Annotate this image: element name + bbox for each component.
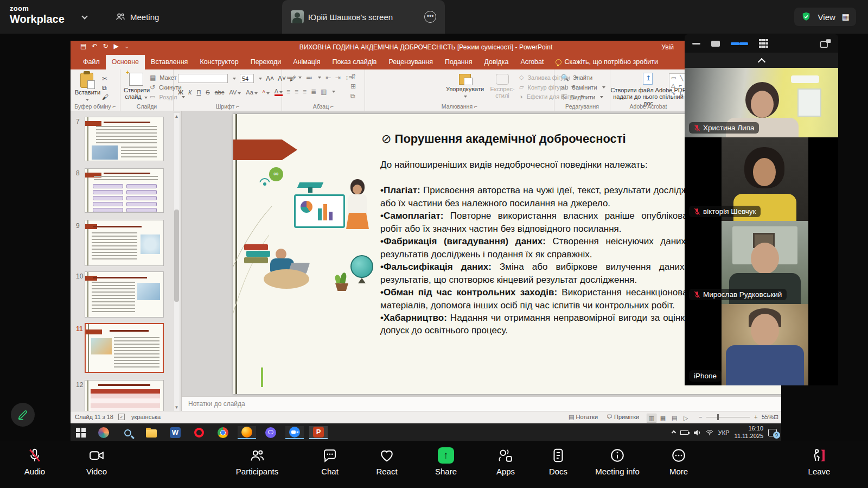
font-size-input[interactable]: 54 bbox=[240, 74, 254, 83]
align-right-icon[interactable]: ≡ bbox=[303, 88, 307, 96]
tab-shared-screen[interactable]: Юрій Шашков's screen ••• bbox=[282, 0, 445, 34]
char-spacing-button[interactable]: AV bbox=[229, 89, 241, 96]
tab-design[interactable]: Конструктор bbox=[194, 55, 244, 69]
tab-acrobat[interactable]: Acrobat bbox=[514, 55, 550, 69]
strike2-button[interactable]: abc bbox=[215, 89, 225, 96]
change-case-button[interactable]: Aa bbox=[246, 89, 257, 96]
tray-expand-icon[interactable] bbox=[672, 430, 676, 434]
fit-slide-button[interactable]: ⊡ bbox=[774, 414, 778, 421]
video-tile-4[interactable]: iPhone bbox=[685, 304, 838, 385]
slide-thumbnail-9[interactable] bbox=[85, 220, 164, 266]
taskbar-clock[interactable]: 16:1011.11.2025 bbox=[735, 425, 763, 439]
popout-panel-icon[interactable] bbox=[820, 39, 832, 50]
indent-icon[interactable]: ⇥ bbox=[335, 74, 341, 81]
bullets-icon[interactable]: ≔ bbox=[286, 74, 293, 81]
numbering-icon[interactable]: ≕ bbox=[306, 74, 312, 81]
normal-view-button[interactable]: ▥ bbox=[647, 414, 656, 423]
notes-pane[interactable]: Нотатки до слайда bbox=[182, 396, 781, 411]
arrange-button[interactable]: Упорядкувати bbox=[444, 73, 486, 99]
slide-sorter-button[interactable]: ▦ bbox=[658, 414, 668, 422]
find-button[interactable]: Знайти bbox=[573, 74, 592, 81]
select-button[interactable]: Виділити bbox=[570, 94, 595, 100]
leave-button[interactable]: Leave bbox=[802, 447, 837, 476]
smartart-icon[interactable]: ⧉ bbox=[350, 92, 355, 100]
speaker-view-icon[interactable] bbox=[711, 41, 720, 47]
docs-button[interactable]: Docs bbox=[542, 447, 575, 476]
taskbar-paint[interactable] bbox=[94, 426, 113, 439]
paste-button[interactable]: Вставити bbox=[75, 73, 99, 102]
tab-slideshow[interactable]: Показ слайдів bbox=[327, 55, 383, 69]
taskbar-firefox[interactable] bbox=[238, 426, 256, 439]
start-button[interactable] bbox=[72, 426, 90, 439]
align-text-icon[interactable]: ⊞ bbox=[350, 83, 356, 90]
video-button[interactable]: Video bbox=[80, 447, 113, 476]
taskbar-opera[interactable] bbox=[190, 426, 208, 439]
italic-button[interactable]: К bbox=[188, 89, 192, 96]
align-center-icon[interactable]: ≡ bbox=[295, 88, 298, 96]
replace-button[interactable]: Замінити bbox=[572, 84, 597, 91]
columns-icon[interactable]: ▥ bbox=[321, 88, 327, 96]
taskbar-search[interactable] bbox=[118, 426, 137, 439]
apps-button[interactable]: Apps bbox=[489, 447, 522, 476]
tab-review[interactable]: Рецензування bbox=[382, 55, 438, 69]
cut-icon[interactable]: ✂ bbox=[102, 75, 107, 83]
scrollbar-thumb[interactable] bbox=[174, 210, 179, 302]
tab-meeting[interactable]: Meeting bbox=[115, 0, 159, 34]
share-button[interactable]: ↑ Share bbox=[429, 447, 463, 476]
slide-thumbnail-11-selected[interactable] bbox=[85, 323, 164, 373]
annotate-button[interactable] bbox=[11, 403, 35, 427]
strike-button[interactable]: S bbox=[206, 89, 209, 96]
taskbar-explorer[interactable] bbox=[142, 426, 161, 439]
tab-transitions[interactable]: Переходи bbox=[245, 55, 288, 69]
grow-font-icon[interactable]: A˄ bbox=[266, 75, 274, 83]
tab-animations[interactable]: Анімація bbox=[287, 55, 326, 69]
taskbar-word[interactable]: W bbox=[166, 426, 184, 439]
font-name-input[interactable] bbox=[178, 74, 228, 83]
slide-thumbnail-12[interactable] bbox=[85, 380, 164, 411]
quick-styles-button[interactable]: Експрес- стилі bbox=[489, 73, 516, 99]
align-left-icon[interactable]: ≡ bbox=[286, 88, 290, 96]
language-indicator[interactable]: українська bbox=[131, 414, 161, 420]
shape-fill-icon[interactable]: ◇ bbox=[519, 74, 524, 81]
action-center-icon[interactable]: 9 bbox=[768, 429, 777, 436]
video-tile-2[interactable]: вікторія Шевчук bbox=[685, 137, 838, 221]
zoom-in-button[interactable]: + bbox=[754, 414, 757, 420]
audio-button[interactable]: Audio bbox=[18, 447, 51, 476]
tab-file[interactable]: Файл bbox=[77, 55, 106, 69]
taskbar-powerpoint[interactable]: P bbox=[309, 426, 328, 439]
slide-thumbnail-7[interactable] bbox=[85, 117, 164, 161]
more-button[interactable]: More bbox=[662, 447, 695, 476]
react-button[interactable]: React bbox=[370, 447, 404, 476]
keyboard-language[interactable]: УКР bbox=[718, 429, 730, 436]
scroll-down-icon[interactable]: ▼ bbox=[174, 405, 180, 410]
participants-button[interactable]: Participants bbox=[230, 447, 284, 476]
taskbar-viber[interactable] bbox=[261, 426, 280, 439]
video-tile-3[interactable]: Мирослав Рудковський bbox=[685, 221, 838, 304]
slide-thumbnail-8[interactable] bbox=[85, 168, 164, 213]
zoom-out-button[interactable]: − bbox=[699, 414, 702, 420]
comments-toggle[interactable]: 🗩 Примітки bbox=[607, 414, 639, 420]
zoom-slider-thumb[interactable] bbox=[717, 414, 719, 420]
shape-outline-icon[interactable]: ▱ bbox=[519, 84, 524, 91]
shape-effects-icon[interactable]: ◑ bbox=[519, 93, 523, 100]
new-slide-button[interactable]: Створити слайд bbox=[124, 73, 149, 100]
tab-home[interactable]: Основне bbox=[106, 55, 145, 69]
copy-icon[interactable]: ⧉ bbox=[102, 84, 107, 92]
zoom-slider-track[interactable] bbox=[706, 417, 750, 417]
tab-options-icon[interactable]: ••• bbox=[424, 11, 436, 23]
scroll-up-icon[interactable]: ▲ bbox=[174, 114, 180, 119]
tab-insert[interactable]: Вставлення bbox=[145, 55, 194, 69]
chat-button[interactable]: Chat bbox=[314, 447, 346, 476]
thumbnail-scrollbar[interactable]: ▲ ▼ bbox=[173, 112, 180, 411]
battery-icon[interactable] bbox=[680, 430, 688, 435]
minimize-panel-icon[interactable] bbox=[692, 43, 700, 45]
bold-button[interactable]: Ж bbox=[178, 89, 183, 96]
taskbar-chrome[interactable] bbox=[214, 426, 232, 439]
tab-view[interactable]: Подання bbox=[439, 55, 478, 69]
tell-me-box[interactable]: Скажіть, що потрібно зробити bbox=[550, 55, 664, 69]
font-color-button[interactable]: A bbox=[275, 88, 283, 96]
collapse-panel-bar[interactable] bbox=[685, 53, 838, 68]
view-button[interactable]: View ▦ bbox=[794, 8, 856, 26]
tab-help[interactable]: Довідка bbox=[478, 55, 514, 69]
speaker-icon[interactable] bbox=[693, 429, 701, 436]
